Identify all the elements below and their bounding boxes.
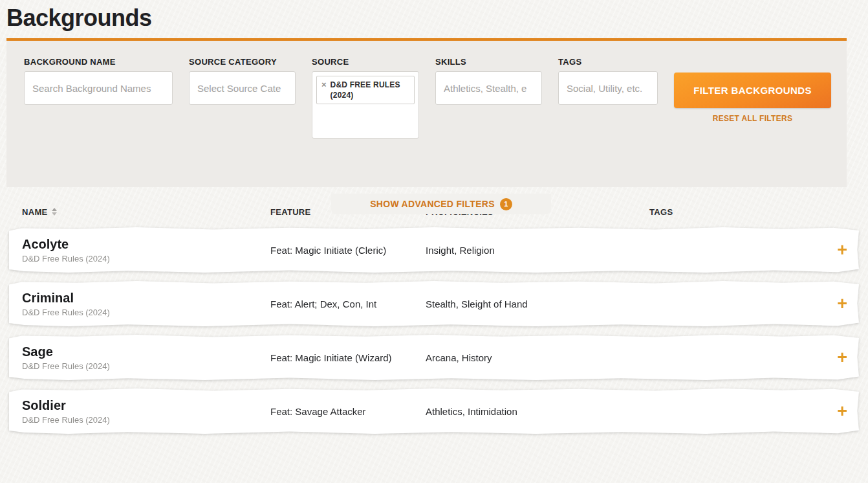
background-name[interactable]: Acolyte bbox=[22, 236, 270, 252]
table-row[interactable]: Sage D&D Free Rules (2024) Feat: Magic I… bbox=[9, 335, 859, 380]
background-name-input[interactable] bbox=[24, 71, 173, 105]
show-advanced-filters-button[interactable]: SHOW ADVANCED FILTERS 1 bbox=[331, 194, 551, 214]
show-advanced-filters-label: SHOW ADVANCED FILTERS bbox=[370, 199, 495, 209]
background-row-card[interactable]: Acolyte D&D Free Rules (2024) Feat: Magi… bbox=[9, 227, 859, 273]
filter-panel: BACKGROUND NAME SOURCE CATEGORY SOURCE ×… bbox=[6, 41, 847, 187]
tags-input[interactable] bbox=[558, 71, 658, 105]
remove-tag-icon[interactable]: × bbox=[321, 80, 327, 90]
backgrounds-list: Acolyte D&D Free Rules (2024) Feat: Magi… bbox=[0, 227, 868, 434]
filter-backgrounds-button[interactable]: FILTER BACKGROUNDS bbox=[674, 73, 831, 108]
backgrounds-page: Backgrounds BACKGROUND NAME SOURCE CATEG… bbox=[0, 4, 868, 483]
background-name-label: BACKGROUND NAME bbox=[24, 57, 173, 67]
name-cell: Sage D&D Free Rules (2024) bbox=[22, 344, 270, 371]
advanced-filter-count-badge: 1 bbox=[500, 198, 512, 210]
name-column-label: NAME bbox=[22, 207, 47, 217]
table-row[interactable]: Soldier D&D Free Rules (2024) Feat: Sava… bbox=[9, 388, 859, 434]
column-header-name[interactable]: NAME bbox=[22, 207, 270, 217]
reset-all-filters-link[interactable]: RESET ALL FILTERS bbox=[713, 114, 793, 123]
source-tag-label: D&D FREE RULES (2024) bbox=[331, 80, 409, 100]
background-proficiencies: Stealth, Sleight of Hand bbox=[426, 298, 649, 309]
page-title: Backgrounds bbox=[6, 4, 868, 32]
filter-source-category: SOURCE CATEGORY bbox=[189, 57, 296, 105]
background-row-card[interactable]: Sage D&D Free Rules (2024) Feat: Magic I… bbox=[9, 335, 859, 380]
source-multiselect[interactable]: × D&D FREE RULES (2024) bbox=[312, 71, 419, 139]
source-category-label: SOURCE CATEGORY bbox=[189, 57, 296, 67]
sort-icon[interactable] bbox=[52, 208, 57, 216]
source-label: SOURCE bbox=[312, 57, 419, 67]
filter-tags: TAGS bbox=[558, 57, 658, 105]
background-source: D&D Free Rules (2024) bbox=[22, 361, 270, 371]
background-name[interactable]: Sage bbox=[22, 344, 270, 359]
background-name[interactable]: Criminal bbox=[22, 290, 270, 306]
name-cell: Criminal D&D Free Rules (2024) bbox=[22, 290, 270, 317]
background-name[interactable]: Soldier bbox=[22, 398, 270, 413]
filter-actions: FILTER BACKGROUNDS RESET ALL FILTERS bbox=[674, 57, 831, 123]
table-row[interactable]: Acolyte D&D Free Rules (2024) Feat: Magi… bbox=[9, 227, 859, 273]
background-source: D&D Free Rules (2024) bbox=[22, 254, 270, 264]
background-feature: Feat: Magic Initiate (Cleric) bbox=[270, 245, 426, 256]
filter-source: SOURCE × D&D FREE RULES (2024) bbox=[312, 57, 419, 139]
background-proficiencies: Athletics, Intimidation bbox=[426, 406, 649, 417]
source-category-input[interactable] bbox=[189, 71, 296, 105]
background-row-card[interactable]: Soldier D&D Free Rules (2024) Feat: Sava… bbox=[9, 388, 859, 434]
background-proficiencies: Insight, Religion bbox=[426, 245, 649, 256]
add-background-button[interactable]: + bbox=[837, 349, 847, 366]
background-proficiencies: Arcana, History bbox=[426, 352, 649, 363]
tags-label: TAGS bbox=[558, 57, 658, 67]
background-source: D&D Free Rules (2024) bbox=[22, 415, 270, 425]
name-cell: Soldier D&D Free Rules (2024) bbox=[22, 398, 270, 425]
background-row-card[interactable]: Criminal D&D Free Rules (2024) Feat: Ale… bbox=[9, 281, 859, 326]
add-background-button[interactable]: + bbox=[837, 242, 847, 259]
background-feature: Feat: Savage Attacker bbox=[270, 406, 426, 417]
skills-label: SKILLS bbox=[435, 57, 542, 67]
source-selected-tag[interactable]: × D&D FREE RULES (2024) bbox=[316, 76, 415, 104]
background-feature: Feat: Alert; Dex, Con, Int bbox=[270, 298, 426, 309]
add-background-button[interactable]: + bbox=[837, 295, 847, 313]
skills-input[interactable] bbox=[435, 71, 542, 105]
background-feature: Feat: Magic Initiate (Wizard) bbox=[270, 352, 426, 363]
filter-skills: SKILLS bbox=[435, 57, 542, 105]
column-header-tags: TAGS bbox=[649, 207, 821, 217]
name-cell: Acolyte D&D Free Rules (2024) bbox=[22, 236, 270, 264]
table-row[interactable]: Criminal D&D Free Rules (2024) Feat: Ale… bbox=[9, 281, 859, 326]
filter-background-name: BACKGROUND NAME bbox=[24, 57, 173, 105]
background-source: D&D Free Rules (2024) bbox=[22, 308, 270, 317]
add-background-button[interactable]: + bbox=[837, 403, 847, 420]
